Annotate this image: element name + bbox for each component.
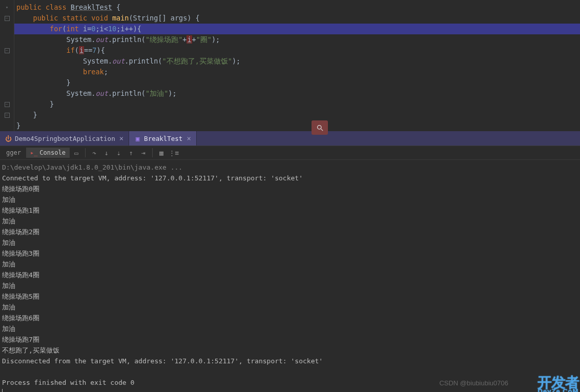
separator bbox=[152, 148, 153, 157]
console-icon: ▸_ bbox=[30, 149, 37, 156]
brand-watermark: 开发者 DevZe.CoM bbox=[537, 373, 579, 392]
csdn-watermark: CSDN @biubiubiu0706 bbox=[439, 379, 508, 387]
run-config-icon: ▣ bbox=[134, 135, 141, 142]
cursor bbox=[2, 389, 3, 392]
svg-line-1 bbox=[321, 129, 323, 131]
search-icon[interactable] bbox=[312, 120, 328, 135]
console-line: 加油 bbox=[2, 259, 578, 270]
console-line: 绕操场跑0圈 bbox=[2, 183, 578, 194]
console-line: 不想跑了,买菜做饭 bbox=[2, 345, 578, 356]
evaluate-icon[interactable]: ▦ bbox=[156, 147, 167, 158]
close-icon[interactable]: × bbox=[119, 135, 123, 142]
tab-label: Demo4SpringbootApplication bbox=[15, 135, 115, 142]
step-out-icon[interactable]: ↑ bbox=[126, 147, 137, 158]
fold-icon[interactable]: − bbox=[5, 48, 10, 53]
console-line: Connected to the target VM, address: '12… bbox=[2, 173, 578, 183]
separator bbox=[85, 148, 86, 157]
console-line: 绕操场跑7圈 bbox=[2, 334, 578, 345]
tab-label: BreaklTest bbox=[144, 135, 182, 142]
debugger-tab[interactable]: gger bbox=[2, 148, 25, 158]
force-step-icon[interactable]: ⇣ bbox=[113, 147, 125, 158]
code-editor[interactable]: • − − − − public class BreaklTest { publ… bbox=[0, 0, 580, 131]
console-line: 绕操场跑6圈 bbox=[2, 313, 578, 323]
console-line: 绕操场跑1圈 bbox=[2, 205, 578, 216]
console-line: 绕操场跑4圈 bbox=[2, 270, 578, 280]
console-line: 加油 bbox=[2, 302, 578, 313]
console-output[interactable]: D:\develop\Java\jdk1.8.0_201\bin\java.ex… bbox=[0, 160, 580, 392]
console-line: 绕操场跑2圈 bbox=[2, 226, 578, 237]
run-config-tabs: ⏻ Demo4SpringbootApplication × ▣ BreaklT… bbox=[0, 131, 580, 146]
fold-icon[interactable]: − bbox=[5, 102, 10, 107]
class-name: BreaklTest bbox=[71, 3, 112, 11]
console-line: Disconnected from the target VM, address… bbox=[2, 356, 578, 366]
step-into-icon[interactable]: ↓ bbox=[101, 147, 112, 158]
highlighted-line[interactable]: for(int i=0;i<10;i++){ bbox=[14, 24, 580, 34]
console-line: 加油 bbox=[2, 280, 578, 291]
variable-i: i bbox=[187, 35, 192, 44]
run-to-cursor-icon[interactable]: ⇥ bbox=[138, 147, 149, 158]
run-config-icon: ⏻ bbox=[5, 135, 12, 142]
code-content[interactable]: public class BreaklTest { public static … bbox=[14, 0, 580, 131]
layout-icon[interactable]: ▭ bbox=[71, 147, 82, 158]
step-over-icon[interactable]: ↷ bbox=[89, 147, 100, 158]
console-line: D:\develop\Java\jdk1.8.0_201\bin\java.ex… bbox=[2, 162, 578, 173]
variable-i: i bbox=[79, 46, 84, 54]
editor-gutter: • − − − − bbox=[0, 0, 14, 131]
close-icon[interactable]: × bbox=[187, 135, 191, 142]
tab-breakltest[interactable]: ▣ BreaklTest × bbox=[129, 131, 197, 146]
settings-icon[interactable]: ⋮≡ bbox=[168, 147, 179, 158]
fold-icon[interactable]: − bbox=[5, 113, 10, 118]
svg-point-0 bbox=[317, 125, 321, 129]
console-line: 绕操场跑5圈 bbox=[2, 291, 578, 302]
console-line: 绕操场跑3圈 bbox=[2, 248, 578, 259]
console-line bbox=[2, 366, 578, 377]
fold-icon[interactable]: − bbox=[5, 16, 10, 21]
console-line: 加油 bbox=[2, 323, 578, 334]
debug-toolbar: gger ▸_ Console ▭ ↷ ↓ ⇣ ↑ ⇥ ▦ ⋮≡ bbox=[0, 146, 580, 160]
tab-demo4springboot[interactable]: ⏻ Demo4SpringbootApplication × bbox=[0, 131, 129, 146]
console-line: 加油 bbox=[2, 194, 578, 205]
console-line: 加油 bbox=[2, 237, 578, 248]
keyword: public class bbox=[16, 3, 67, 11]
console-tab[interactable]: ▸_ Console bbox=[26, 148, 70, 158]
console-line: 加油 bbox=[2, 216, 578, 226]
